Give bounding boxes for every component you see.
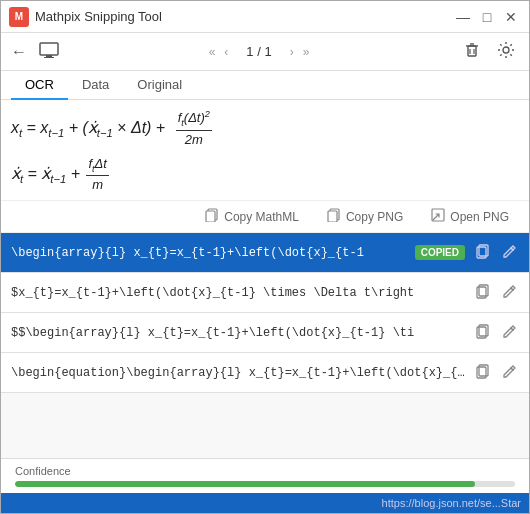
- format-item-3[interactable]: \begin{equation}\begin{array}{l} x_{t}=x…: [1, 353, 529, 393]
- format-code-3: \begin{equation}\begin{array}{l} x_{t}=x…: [11, 358, 465, 388]
- svg-rect-1: [46, 55, 52, 57]
- nav-arrows-right: › »: [286, 43, 314, 61]
- settings-button[interactable]: [493, 37, 519, 67]
- confidence-section: Confidence: [1, 458, 529, 493]
- equation-line-2: ẋt = ẋt−1 + ftΔt m: [11, 155, 519, 195]
- confidence-label: Confidence: [15, 465, 515, 477]
- format-code-1: $x_{t}=x_{t-1}+\left(\dot{x}_{t-1} \time…: [11, 278, 465, 308]
- delete-button[interactable]: [459, 37, 485, 67]
- toolbar: ← « ‹ 1 / 1 › »: [1, 33, 529, 71]
- edit-format-0-button[interactable]: [499, 241, 519, 264]
- nav-prev-button[interactable]: ‹: [220, 43, 232, 61]
- copy-png-label: Copy PNG: [346, 210, 403, 224]
- nav-arrows: « ‹: [205, 43, 233, 61]
- format-actions-2: [473, 321, 519, 344]
- window-controls: — □ ✕: [453, 7, 521, 27]
- copied-badge-0: COPIED: [415, 245, 465, 260]
- fraction-1: ft(Δt)2 2m: [176, 108, 212, 149]
- page-indicator: 1 / 1: [240, 44, 277, 59]
- copy-format-1-button[interactable]: [473, 281, 493, 304]
- confidence-bar-fill: [15, 481, 475, 487]
- nav-next-button[interactable]: ›: [286, 43, 298, 61]
- format-actions-1: [473, 281, 519, 304]
- app-icon-letter: M: [15, 11, 23, 22]
- copy-mathml-button[interactable]: Copy MathML: [199, 205, 305, 228]
- svg-rect-3: [468, 46, 476, 56]
- statusbar-url: https://blog.json.net/se...Star: [382, 497, 521, 509]
- svg-rect-12: [328, 211, 337, 222]
- nav-last-button[interactable]: »: [299, 43, 314, 61]
- titlebar: M Mathpix Snipping Tool — □ ✕: [1, 1, 529, 33]
- window-title: Mathpix Snipping Tool: [35, 9, 453, 24]
- format-code-0: \begin{array}{l} x_{t}=x_{t-1}+\left(\do…: [11, 238, 409, 268]
- copy-png-icon: [327, 208, 341, 225]
- tabs-bar: OCR Data Original: [1, 71, 529, 100]
- format-actions-0: [473, 241, 519, 264]
- copy-bar: Copy MathML Copy PNG Open PNG: [1, 200, 529, 233]
- copy-mathml-label: Copy MathML: [224, 210, 299, 224]
- formats-list: \begin{array}{l} x_{t}=x_{t-1}+\left(\do…: [1, 233, 529, 458]
- tab-data[interactable]: Data: [68, 71, 123, 100]
- format-item-0[interactable]: \begin{array}{l} x_{t}=x_{t-1}+\left(\do…: [1, 233, 529, 273]
- edit-format-1-button[interactable]: [499, 281, 519, 304]
- edit-format-2-button[interactable]: [499, 321, 519, 344]
- svg-rect-2: [44, 57, 54, 58]
- copy-png-button[interactable]: Copy PNG: [321, 205, 409, 228]
- open-png-button[interactable]: Open PNG: [425, 205, 515, 228]
- svg-rect-0: [40, 43, 58, 55]
- tab-ocr[interactable]: OCR: [11, 71, 68, 100]
- copy-format-2-button[interactable]: [473, 321, 493, 344]
- equation-line-1: xt = xt−1 + (ẋt−1 × Δt) + ft(Δt)2 2m: [11, 108, 519, 149]
- copy-format-0-button[interactable]: [473, 241, 493, 264]
- format-item-2[interactable]: $$\begin{array}{l} x_{t}=x_{t-1}+\left(\…: [1, 313, 529, 353]
- math-display-area: xt = xt−1 + (ẋt−1 × Δt) + ft(Δt)2 2m ẋt …: [1, 100, 529, 200]
- tab-original[interactable]: Original: [123, 71, 196, 100]
- open-png-label: Open PNG: [450, 210, 509, 224]
- nav-first-button[interactable]: «: [205, 43, 220, 61]
- svg-point-8: [503, 47, 509, 53]
- fraction-2: ftΔt m: [86, 155, 109, 195]
- app-icon: M: [9, 7, 29, 27]
- confidence-bar-bg: [15, 481, 515, 487]
- close-button[interactable]: ✕: [501, 7, 521, 27]
- open-png-icon: [431, 208, 445, 225]
- snip-button[interactable]: [39, 42, 59, 61]
- statusbar: https://blog.json.net/se...Star: [1, 493, 529, 513]
- copy-mathml-icon: [205, 208, 219, 225]
- format-code-2: $$\begin{array}{l} x_{t}=x_{t-1}+\left(\…: [11, 318, 465, 348]
- maximize-button[interactable]: □: [477, 7, 497, 27]
- main-window: M Mathpix Snipping Tool — □ ✕ ← « ‹ 1 / …: [0, 0, 530, 514]
- svg-rect-10: [206, 211, 215, 222]
- back-button[interactable]: ←: [11, 43, 27, 61]
- edit-format-3-button[interactable]: [499, 361, 519, 384]
- copy-format-3-button[interactable]: [473, 361, 493, 384]
- format-item-1[interactable]: $x_{t}=x_{t-1}+\left(\dot{x}_{t-1} \time…: [1, 273, 529, 313]
- minimize-button[interactable]: —: [453, 7, 473, 27]
- format-actions-3: [473, 361, 519, 384]
